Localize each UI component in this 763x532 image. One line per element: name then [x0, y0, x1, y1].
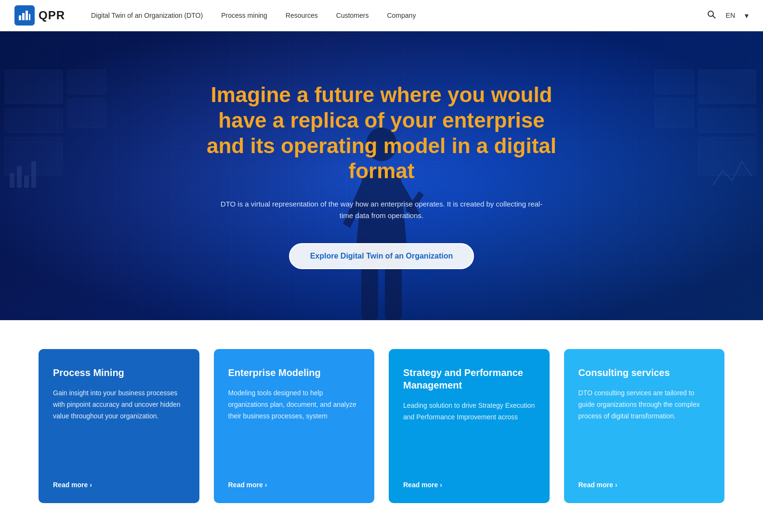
svg-rect-19 — [655, 99, 694, 128]
svg-rect-16 — [698, 108, 756, 132]
lang-dropdown-icon[interactable]: ▾ — [745, 11, 749, 20]
hero-title: Imagine a future where you would have a … — [198, 82, 565, 184]
nav-item-company[interactable]: Company — [380, 8, 422, 23]
card-strategy-performance-title: Strategy and Performance Management — [403, 366, 535, 391]
nav-item-resources[interactable]: Resources — [279, 8, 325, 23]
svg-point-4 — [708, 11, 713, 16]
card-strategy-performance-link[interactable]: Read more › — [403, 481, 535, 489]
card-enterprise-modeling-title: Enterprise Modeling — [228, 366, 360, 379]
svg-rect-1 — [22, 13, 25, 20]
card-strategy-performance: Strategy and Performance Management Lead… — [389, 349, 550, 503]
logo-text: QPR — [39, 9, 65, 22]
svg-rect-10 — [67, 99, 106, 128]
svg-rect-12 — [17, 166, 22, 188]
svg-line-5 — [712, 15, 715, 18]
svg-rect-3 — [29, 14, 30, 20]
svg-rect-11 — [10, 173, 14, 188]
logo[interactable]: QPR — [14, 5, 65, 26]
svg-rect-6 — [5, 70, 63, 104]
svg-rect-14 — [31, 161, 36, 188]
language-selector[interactable]: EN — [726, 12, 735, 19]
card-strategy-performance-text: Leading solution to drive Strategy Execu… — [403, 400, 535, 472]
card-enterprise-modeling-text: Modeling tools designed to help organiza… — [228, 388, 360, 472]
svg-rect-18 — [655, 70, 694, 94]
card-consulting-title: Consulting services — [579, 366, 710, 379]
svg-rect-7 — [5, 108, 63, 132]
hero-content: Imagine a future where you would have a … — [189, 82, 574, 269]
card-consulting-text: DTO consulting services are tailored to … — [579, 388, 710, 472]
card-process-mining-title: Process Mining — [53, 366, 185, 379]
card-process-mining: Process Mining Gain insight into your bu… — [39, 349, 199, 503]
hero-subtitle: DTO is a virtual representation of the w… — [218, 198, 545, 221]
svg-rect-2 — [26, 11, 28, 20]
card-process-mining-link[interactable]: Read more › — [53, 481, 185, 489]
hero-cta-button[interactable]: Explore Digital Twin of an Organization — [289, 243, 474, 269]
navbar: QPR Digital Twin of an Organization (DTO… — [0, 0, 763, 31]
hero-section: Imagine a future where you would have a … — [0, 31, 763, 320]
logo-icon — [14, 5, 35, 26]
nav-item-customers[interactable]: Customers — [329, 8, 376, 23]
search-button[interactable] — [707, 10, 716, 22]
svg-rect-0 — [19, 15, 21, 20]
svg-rect-13 — [24, 176, 29, 188]
nav-right: EN ▾ — [707, 10, 749, 22]
svg-rect-15 — [698, 70, 756, 104]
card-enterprise-modeling: Enterprise Modeling Modeling tools desig… — [214, 349, 375, 503]
nav-item-dto[interactable]: Digital Twin of an Organization (DTO) — [84, 8, 210, 23]
nav-links: Digital Twin of an Organization (DTO) Pr… — [84, 8, 707, 23]
card-process-mining-text: Gain insight into your business processe… — [53, 388, 185, 472]
card-enterprise-modeling-link[interactable]: Read more › — [228, 481, 360, 489]
svg-rect-9 — [67, 70, 106, 94]
card-consulting: Consulting services DTO consulting servi… — [564, 349, 725, 503]
nav-item-process-mining[interactable]: Process mining — [214, 8, 274, 23]
cards-section: Process Mining Gain insight into your bu… — [0, 320, 763, 522]
card-consulting-link[interactable]: Read more › — [579, 481, 710, 489]
